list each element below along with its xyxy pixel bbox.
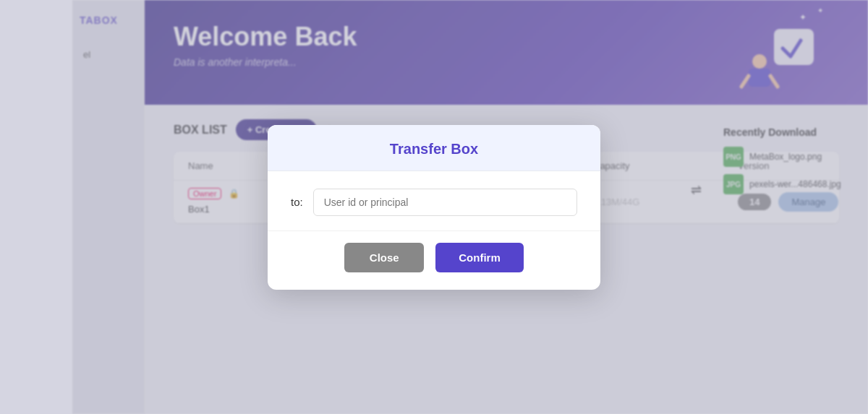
modal-header: Transfer Box	[268, 125, 600, 171]
transfer-box-modal: Transfer Box to: Close Confirm	[268, 125, 600, 290]
modal-title: Transfer Box	[390, 141, 478, 157]
modal-footer: Close Confirm	[268, 230, 600, 290]
to-label: to:	[291, 196, 303, 208]
recipient-input[interactable]	[313, 189, 577, 216]
confirm-button[interactable]: Confirm	[435, 243, 524, 272]
modal-body: to:	[268, 171, 600, 230]
close-button[interactable]: Close	[344, 243, 424, 272]
